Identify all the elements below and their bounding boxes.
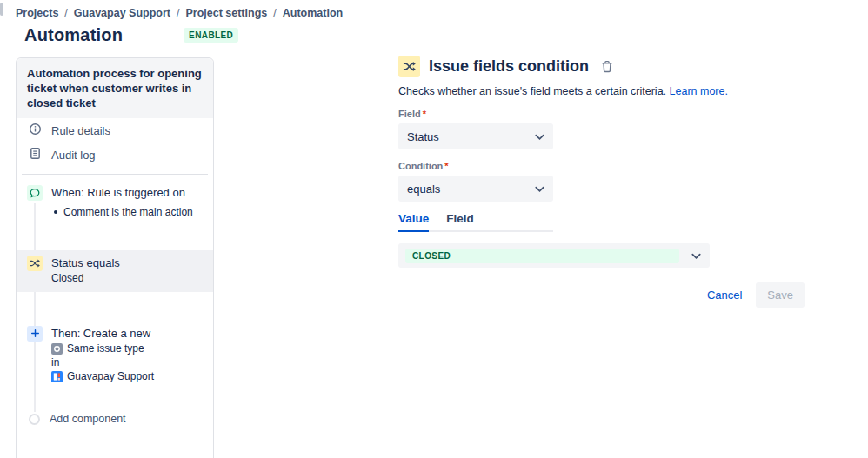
step-detail-label: Closed (51, 272, 120, 286)
tab-field[interactable]: Field (446, 212, 474, 232)
page-title: Automation (24, 25, 123, 45)
trash-icon[interactable] (599, 58, 615, 75)
value-field-tabs: Value Field (398, 212, 553, 232)
status-lozenge: CLOSED (405, 249, 679, 263)
bullet-icon (54, 210, 57, 214)
step-then-create[interactable]: Then: Create a new Same issue type in Gu… (17, 321, 213, 387)
comment-icon (27, 185, 43, 201)
sidebar-item-audit-log[interactable]: Audit log (17, 143, 213, 167)
project-avatar (51, 371, 63, 382)
add-component-button[interactable]: Add component (17, 409, 213, 428)
form-actions: Cancel Save (398, 282, 805, 308)
learn-more-link[interactable]: Learn more. (670, 85, 728, 97)
field-select[interactable]: Status (398, 123, 553, 149)
condition-select[interactable]: equals (398, 176, 553, 202)
value-select[interactable]: CLOSED (398, 243, 710, 268)
breadcrumb-link-automation[interactable]: Automation (283, 7, 343, 19)
breadcrumb: Projects / Guavapay Support / Project se… (16, 7, 343, 19)
step-detail-label: Comment is the main action (63, 206, 193, 218)
breadcrumb-link-project[interactable]: Guavapay Support (74, 7, 170, 19)
project-label: Guavapay Support (67, 370, 154, 382)
issue-type-icon (51, 343, 63, 355)
required-asterisk: * (423, 109, 426, 119)
shuffle-icon (398, 56, 420, 77)
breadcrumb-separator: / (64, 7, 67, 19)
rule-sidebar: Automation process for opening ticket wh… (16, 57, 214, 458)
sidebar-item-label: Audit log (51, 149, 96, 162)
plus-icon (27, 326, 43, 342)
step-title: Then: Create a new (51, 326, 154, 342)
required-asterisk: * (444, 161, 448, 171)
connector-word: in (51, 356, 154, 368)
step-when-detail: Comment is the main action (54, 206, 213, 218)
step-title: Status equals (51, 256, 120, 271)
scrollbar-fragment[interactable] (0, 3, 3, 16)
breadcrumb-link-projects[interactable]: Projects (16, 7, 58, 19)
breadcrumb-separator: / (177, 7, 179, 19)
field-select-value: Status (407, 130, 439, 143)
shuffle-icon (27, 256, 43, 271)
step-condition-status-equals[interactable]: Status equals Closed (17, 250, 213, 291)
step-when-trigger[interactable]: When: Rule is triggered on (17, 180, 213, 204)
chevron-down-icon (535, 130, 544, 143)
condition-select-value: equals (407, 183, 440, 196)
breadcrumb-link-project-settings[interactable]: Project settings (185, 7, 267, 19)
sidebar-item-rule-details[interactable]: Rule details (17, 118, 213, 143)
step-title: When: Rule is triggered on (51, 185, 185, 201)
chevron-down-icon (535, 183, 544, 196)
info-icon (29, 123, 42, 138)
sidebar-item-label: Rule details (51, 124, 110, 137)
add-component-label: Add component (50, 413, 126, 425)
rule-steps: When: Rule is triggered on Comment is th… (17, 175, 213, 428)
save-button[interactable]: Save (756, 282, 805, 308)
status-badge: ENABLED (184, 28, 238, 43)
condition-editor-panel: Issue fields condition Checks whether an… (398, 56, 805, 308)
audit-log-icon (29, 147, 42, 163)
chevron-down-icon (691, 248, 701, 263)
tab-value[interactable]: Value (398, 212, 429, 232)
panel-title: Issue fields condition (429, 57, 589, 76)
breadcrumb-separator: / (273, 7, 276, 19)
circle-outline-icon (29, 414, 40, 425)
condition-label: Condition* (398, 161, 805, 171)
page-header: Automation ENABLED (24, 25, 238, 45)
panel-description: Checks whether an issue's field meets a … (398, 85, 805, 97)
cancel-button[interactable]: Cancel (707, 289, 742, 302)
field-label: Field* (398, 109, 805, 119)
rule-name: Automation process for opening ticket wh… (17, 58, 213, 118)
issue-type-label: Same issue type (67, 342, 144, 355)
